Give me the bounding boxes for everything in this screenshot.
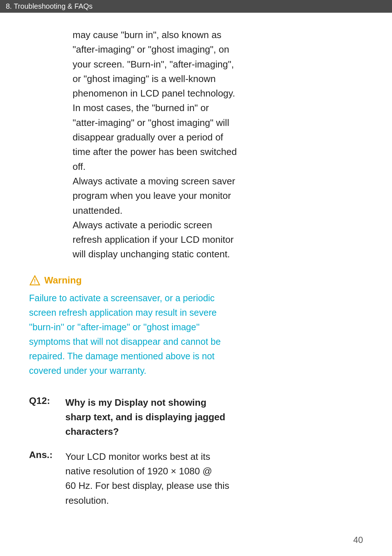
warning-text-span: Failure to activate a screensaver, or a …: [29, 293, 221, 376]
warning-label: Warning: [44, 275, 82, 286]
warning-section: ! Warning Failure to activate a screensa…: [29, 275, 363, 378]
body-text-paragraph: may cause "burn in", also known as "afte…: [73, 28, 363, 262]
qa-answer-ans12: Your LCD monitor works best at its nativ…: [65, 449, 363, 508]
qa-section: Q12: Why is my Display not showing sharp…: [29, 395, 363, 508]
qa-question-q12: Why is my Display not showing sharp text…: [65, 395, 363, 439]
svg-text:!: !: [34, 278, 36, 285]
warning-icon: !: [29, 275, 41, 286]
header-label: 8. Troubleshooting & FAQs: [6, 2, 93, 10]
page-header: 8. Troubleshooting & FAQs: [0, 0, 392, 13]
qa-label-ans12: Ans.:: [29, 449, 65, 461]
qa-label-q12: Q12:: [29, 395, 65, 406]
qa-row-ans12: Ans.: Your LCD monitor works best at its…: [29, 449, 363, 508]
warning-title-row: ! Warning: [29, 275, 363, 286]
warning-text-content: Failure to activate a screensaver, or a …: [29, 291, 363, 378]
body-text-content: may cause "burn in", also known as "afte…: [73, 29, 237, 259]
content-area: may cause "burn in", also known as "afte…: [0, 13, 392, 556]
qa-row-q12: Q12: Why is my Display not showing sharp…: [29, 395, 363, 439]
page-number: 40: [353, 535, 363, 545]
